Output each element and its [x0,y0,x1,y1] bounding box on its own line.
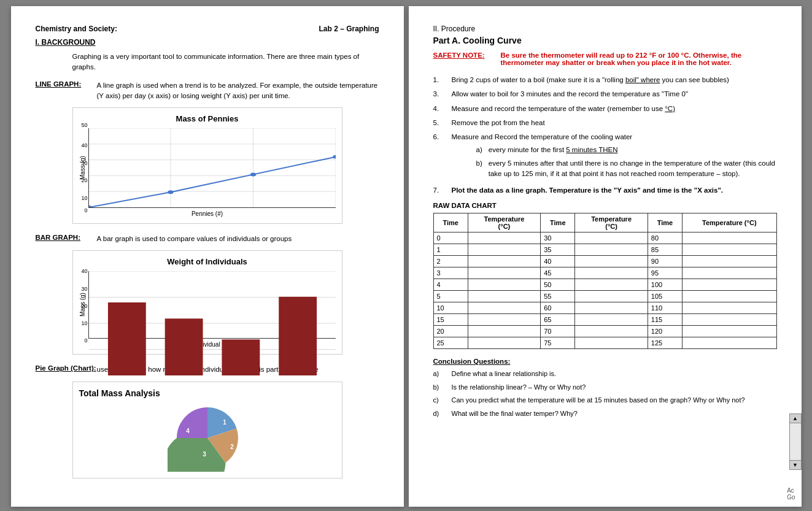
table-row: 2575125 [433,337,776,349]
table-row: 24090 [433,256,776,267]
pie-chart-container: Total Mass Analysis 1 2 3 4 [72,382,342,478]
step-6b: b) every 5 minutes after that until ther… [476,158,777,180]
y-tick-40: 40 [81,142,87,148]
line-chart-wrap: Mass (g) 50 40 30 20 10 0 [79,128,336,217]
pie-graph-label: Pie Graph (Chart): [36,364,97,375]
bar-chart-inner: Mass (g) 40 30 20 10 0 [79,271,336,339]
raw-data-table: Time Temperature(°C) Time Temperature(°C… [433,213,777,349]
bar-chart-wrap: Mass (g) 40 30 20 10 0 [79,271,336,348]
svg-rect-21 [164,319,203,376]
line-graph-section: LINE GRAPH: A line graph is used when a … [36,80,379,102]
svg-text:2: 2 [181,375,186,376]
intro-text: Graphing is a very important tool to com… [72,52,379,73]
col-time3: Time [648,213,682,232]
svg-point-8 [89,206,92,207]
table-row: 1565115 [433,314,776,326]
conclusion-list: a) Define what a linear relationship is.… [433,369,777,418]
svg-text:3: 3 [238,375,243,376]
table-row: 34595 [433,267,776,279]
safety-label: SAFETY NOTE: [433,52,495,66]
step-5: 5. Remove the pot from the heat [433,118,777,128]
safety-text: Be sure the thermometer will read up to … [501,52,777,66]
y-tick-50: 50 [81,122,87,128]
lab-header: Chemistry and Society: Lab 2 – Graphing [36,25,379,33]
bar-y-tick-20: 20 [81,303,87,309]
step-3: 3. Allow water to boil for 3 minutes and… [433,89,777,99]
col-temp3: Temperature (°C) [682,213,776,232]
line-x-axis-label: Pennies (#) [191,210,223,217]
bar-chart-container: Weight of Individuals Mass (g) 40 30 20 … [72,250,342,355]
svg-rect-22 [222,340,260,376]
bar-graph-label: BAR GRAPH: [36,234,97,244]
right-page: II. Procedure Part A. Cooling Curve SAFE… [409,6,802,507]
line-chart-plot: 50 40 30 20 10 0 [88,128,336,208]
col-temp1: Temperature(°C) [468,213,540,232]
lab-header-left: Chemistry and Society: [36,25,117,33]
page-indicator: Ac Go [787,487,795,501]
line-chart-container: Mass of Pennies Mass (g) 50 40 30 20 10 … [72,107,342,224]
scroll-up-button[interactable]: ▲ [789,413,802,423]
svg-text:2: 2 [230,444,234,450]
bar-y-tick-30: 30 [81,286,87,292]
line-chart-svg: 0 5 10 15 [89,128,336,207]
conclusion-d: d) What will be the final water temper? … [433,409,777,419]
conclusion-a: a) Define what a linear relationship is. [433,369,777,379]
line-graph-desc: A line graph is used when a trend is to … [97,80,379,102]
left-page: Chemistry and Society: Lab 2 – Graphing … [11,6,404,507]
pie-chart-wrap: 1 2 3 4 [79,404,336,472]
svg-text:1: 1 [124,375,129,376]
pie-chart-title: Total Mass Analysis [79,388,336,398]
svg-rect-20 [107,302,145,375]
scroll-down-button[interactable]: ▼ [789,460,802,470]
svg-text:4: 4 [295,375,300,376]
col-temp2: Temperature(°C) [575,213,648,232]
svg-point-11 [333,155,336,159]
step-6: 6. Measure and Record the temperature of… [433,132,777,182]
bar-chart-svg: 1 2 3 4 [89,271,336,375]
y-tick-0: 0 [84,207,87,213]
svg-rect-23 [279,297,317,375]
raw-data-title: RAW DATA CHART [433,202,777,209]
step-1: 1. Bring 2 cups of water to a boil (make… [433,75,777,85]
bar-chart-plot: 40 30 20 10 0 [88,271,336,339]
line-graph-label: LINE GRAPH: [36,80,97,102]
conclusion-b: b) Is the relationship linear? – Why or … [433,382,777,393]
bar-y-tick-0: 0 [84,337,87,344]
svg-text:3: 3 [203,451,206,458]
y-tick-30: 30 [81,160,87,166]
svg-point-10 [250,172,255,176]
col-time2: Time [541,213,575,232]
table-row: 555105 [433,291,776,302]
sub-list-6: a) every minute for the first 5 minutes … [476,145,777,179]
col-time1: Time [433,213,468,232]
svg-text:4: 4 [186,428,190,434]
part-a: Part A. Cooling Curve [433,36,777,45]
lab-header-right: Lab 2 – Graphing [319,25,379,33]
step-6a: a) every minute for the first 5 minutes … [476,145,777,155]
conclusion-title: Conclusion Questions: [433,358,777,365]
line-chart-title: Mass of Pennies [79,114,336,123]
line-chart-inner: Mass (g) 50 40 30 20 10 0 [79,128,336,208]
bar-graph-desc: A bar graph is used to compare values of… [97,234,379,244]
bar-y-tick-40: 40 [81,268,87,274]
background-title: I. BACKGROUND [36,38,379,47]
conclusion-c: c) Can you predict what the temperature … [433,395,777,405]
y-tick-10: 10 [81,195,87,201]
step-4: 4. Measure and record the temperature of… [433,104,777,114]
bar-y-tick-10: 10 [81,320,87,326]
bar-graph-section: BAR GRAPH: A bar graph is used to compar… [36,234,379,244]
table-row: 2070120 [433,326,776,337]
svg-text:1: 1 [223,419,226,426]
section-header: II. Procedure [433,25,777,33]
pie-chart-svg: 1 2 3 4 [168,404,247,472]
svg-point-9 [168,190,173,194]
step-7: 7. Plot the data as a line graph. Temper… [433,185,777,196]
bar-chart-title: Weight of Individuals [79,257,336,266]
y-tick-20: 20 [81,177,87,183]
procedure-list: 1. Bring 2 cups of water to a boil (make… [433,75,777,196]
safety-note: SAFETY NOTE: Be sure the thermometer wil… [433,52,777,66]
scroll-area: ▲ ▼ [789,413,802,470]
table-row: 450100 [433,279,776,291]
table-row: 13585 [433,244,776,256]
table-row: 1060110 [433,302,776,314]
